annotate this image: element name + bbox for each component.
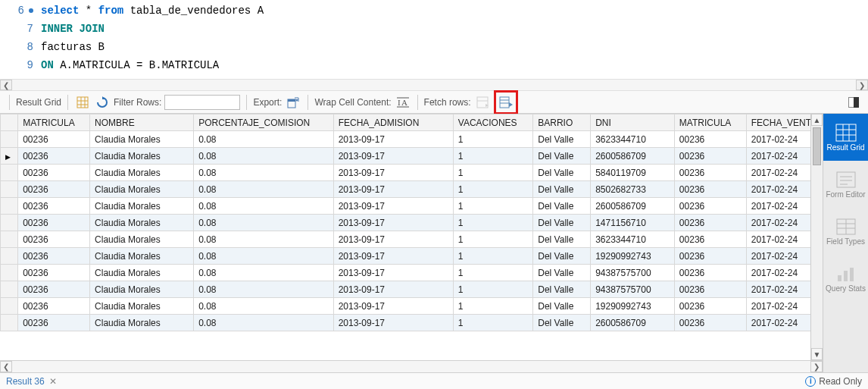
scroll-down-icon[interactable]: ▼ [811, 348, 823, 360]
scroll-right-icon[interactable]: ❯ [810, 361, 823, 372]
result-grid[interactable]: MATRICULANOMBREPORCENTAJE_COMISIONFECHA_… [0, 114, 823, 331]
fetch-rows-next-icon[interactable] [474, 94, 491, 111]
cell[interactable]: 00236 [18, 148, 90, 165]
cell[interactable]: 2013-09-17 [333, 298, 453, 315]
cell[interactable]: Claudia Morales [90, 215, 194, 231]
sql-editor[interactable]: 6select * from tabla_de_vendedores A7INN… [0, 0, 868, 79]
cell[interactable]: 0.08 [194, 231, 334, 248]
row-header[interactable] [1, 148, 18, 165]
cell[interactable]: 00236 [674, 248, 746, 265]
row-header[interactable] [1, 315, 18, 331]
cell[interactable]: 00236 [18, 198, 90, 215]
cell[interactable]: Claudia Morales [90, 131, 194, 148]
cell[interactable]: Del Valle [533, 181, 591, 198]
code-text[interactable]: facturas B [41, 38, 105, 56]
cell[interactable]: Del Valle [533, 265, 591, 281]
fetch-rows-all-icon[interactable] [498, 94, 514, 111]
column-header[interactable]: DNI [591, 115, 675, 131]
cell[interactable]: 2013-09-17 [333, 148, 453, 165]
row-header[interactable] [1, 181, 18, 198]
cell[interactable]: 3623344710 [591, 131, 675, 148]
cell[interactable]: 5840119709 [591, 165, 675, 181]
cell[interactable]: 8502682733 [591, 181, 675, 198]
cell[interactable]: 2013-09-17 [333, 315, 453, 331]
cell[interactable]: 0.08 [194, 131, 334, 148]
cell[interactable]: 1 [453, 298, 532, 315]
cell[interactable]: 2600586709 [591, 315, 675, 331]
filter-rows-input[interactable] [164, 95, 240, 110]
cell[interactable]: 3623344710 [591, 231, 675, 248]
cell[interactable]: 00236 [18, 265, 90, 281]
side-form-editor[interactable]: Form Editor [823, 161, 868, 208]
cell[interactable]: 2600586709 [591, 198, 675, 215]
cell[interactable]: 0.08 [194, 281, 334, 298]
table-row[interactable]: 00236Claudia Morales0.082013-09-171Del V… [1, 198, 823, 215]
cell[interactable]: 1471156710 [591, 215, 675, 231]
cell[interactable]: Del Valle [533, 315, 591, 331]
cell[interactable]: 1 [453, 148, 532, 165]
code-text[interactable]: ON A.MATRICULA = B.MATRICULA [41, 56, 219, 74]
cell[interactable]: Claudia Morales [90, 181, 194, 198]
cell[interactable]: 0.08 [194, 148, 334, 165]
cell[interactable]: 0.08 [194, 265, 334, 281]
cell[interactable]: Del Valle [533, 281, 591, 298]
cell[interactable]: 0.08 [194, 248, 334, 265]
cell[interactable]: Claudia Morales [90, 248, 194, 265]
table-row[interactable]: 00236Claudia Morales0.082013-09-171Del V… [1, 298, 823, 315]
cell[interactable]: 0.08 [194, 298, 334, 315]
table-row[interactable]: 00236Claudia Morales0.082013-09-171Del V… [1, 181, 823, 198]
editor-line[interactable]: 6select * from tabla_de_vendedores A [0, 2, 868, 20]
editor-line[interactable]: 8facturas B [0, 38, 868, 56]
cell[interactable]: 0.08 [194, 181, 334, 198]
table-row[interactable]: 00236Claudia Morales0.082013-09-171Del V… [1, 215, 823, 231]
cell[interactable]: 00236 [674, 231, 746, 248]
editor-line[interactable]: 9ON A.MATRICULA = B.MATRICULA [0, 56, 868, 74]
column-header[interactable]: PORCENTAJE_COMISION [194, 115, 334, 131]
cell[interactable]: Claudia Morales [90, 165, 194, 181]
cell[interactable]: Claudia Morales [90, 281, 194, 298]
grid-vscroll[interactable]: ▲ ▼ [810, 114, 823, 360]
cell[interactable]: 0.08 [194, 198, 334, 215]
panel-toggle[interactable] [848, 97, 859, 108]
grid-hscroll[interactable]: ❮ ❯ [0, 360, 823, 372]
cell[interactable]: Del Valle [533, 298, 591, 315]
cell[interactable]: Del Valle [533, 215, 591, 231]
table-row[interactable]: 00236Claudia Morales0.082013-09-171Del V… [1, 131, 823, 148]
cell[interactable]: 2600586709 [591, 148, 675, 165]
cell[interactable]: Del Valle [533, 231, 591, 248]
cell[interactable]: 00236 [18, 298, 90, 315]
cell[interactable]: 2013-09-17 [333, 198, 453, 215]
cell[interactable]: 00236 [674, 265, 746, 281]
cell[interactable]: 1 [453, 215, 532, 231]
cell[interactable]: 00236 [674, 181, 746, 198]
row-header[interactable] [1, 231, 18, 248]
cell[interactable]: Claudia Morales [90, 298, 194, 315]
column-header[interactable]: BARRIO [533, 115, 591, 131]
cell[interactable]: 1 [453, 198, 532, 215]
table-row[interactable]: 00236Claudia Morales0.082013-09-171Del V… [1, 148, 823, 165]
cell[interactable]: 00236 [18, 215, 90, 231]
cell[interactable]: 0.08 [194, 165, 334, 181]
cell[interactable]: Claudia Morales [90, 265, 194, 281]
cell[interactable]: 1 [453, 231, 532, 248]
cell[interactable]: 0.08 [194, 315, 334, 331]
close-icon[interactable]: ✕ [49, 376, 57, 387]
cell[interactable]: 00236 [674, 198, 746, 215]
cell[interactable]: 00236 [674, 298, 746, 315]
cell[interactable]: 1 [453, 181, 532, 198]
cell[interactable]: 00236 [18, 248, 90, 265]
row-header[interactable] [1, 131, 18, 148]
cell[interactable]: 0.08 [194, 215, 334, 231]
cell[interactable]: 00236 [674, 165, 746, 181]
cell[interactable]: 2013-09-17 [333, 265, 453, 281]
column-header[interactable]: FECHA_ADMISION [333, 115, 453, 131]
cell[interactable]: 00236 [674, 131, 746, 148]
column-header[interactable]: MATRICULA [18, 115, 90, 131]
side-result-grid[interactable]: Result Grid [823, 114, 868, 161]
cell[interactable]: 00236 [18, 231, 90, 248]
code-text[interactable]: INNER JOIN [41, 20, 105, 38]
row-header[interactable] [1, 165, 18, 181]
table-row[interactable]: 00236Claudia Morales0.082013-09-171Del V… [1, 281, 823, 298]
cell[interactable]: 19290992743 [591, 248, 675, 265]
row-header[interactable] [1, 198, 18, 215]
